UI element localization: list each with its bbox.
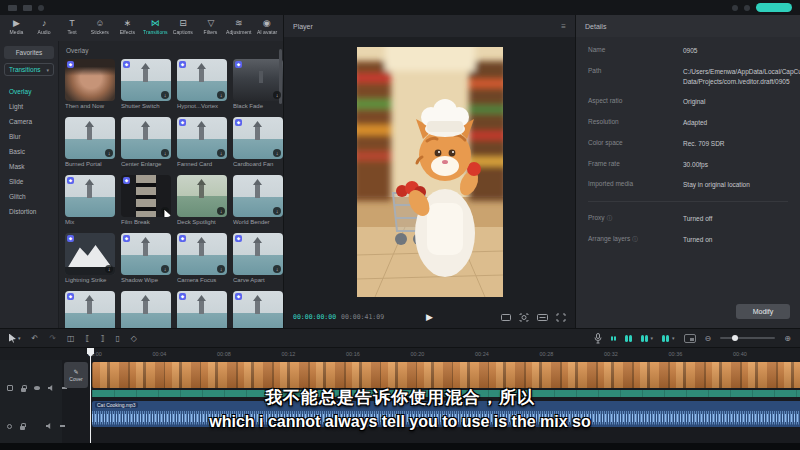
- transition-item[interactable]: Shadow Wipe: [121, 233, 171, 283]
- transition-thumbnail[interactable]: [65, 59, 115, 101]
- lock-track-icon[interactable]: [21, 388, 26, 392]
- home-icon[interactable]: [23, 5, 32, 11]
- transition-thumbnail[interactable]: [233, 59, 283, 101]
- play-button[interactable]: ▶: [426, 312, 433, 322]
- select-tool[interactable]: ▾: [9, 334, 21, 343]
- download-icon[interactable]: [217, 207, 225, 215]
- transition-thumbnail[interactable]: [233, 233, 283, 275]
- caption-track-clip[interactable]: [92, 390, 800, 397]
- tab-audio[interactable]: Audio: [31, 17, 58, 36]
- transition-thumbnail[interactable]: [121, 175, 171, 217]
- tab-filters[interactable]: Filters: [197, 17, 224, 36]
- download-icon[interactable]: [217, 149, 225, 157]
- user-avatar[interactable]: [732, 5, 738, 11]
- track-mode-icon[interactable]: [662, 335, 675, 342]
- transition-item[interactable]: Fanned Card: [177, 117, 227, 167]
- settings-icon[interactable]: [744, 5, 750, 11]
- lock-track-icon[interactable]: [20, 426, 25, 430]
- download-icon[interactable]: [273, 265, 281, 273]
- tab-ai-avatar[interactable]: AI avatar: [253, 17, 280, 36]
- mirror-button[interactable]: ◇: [131, 334, 137, 343]
- playhead[interactable]: [90, 348, 91, 443]
- download-icon[interactable]: [273, 207, 281, 215]
- transition-thumbnail[interactable]: [177, 59, 227, 101]
- transition-thumbnail[interactable]: [65, 291, 115, 328]
- fullscreen-icon[interactable]: [556, 313, 566, 322]
- download-icon[interactable]: [273, 149, 281, 157]
- cover-button[interactable]: ✎ Cover: [64, 362, 88, 388]
- transition-item[interactable]: Shutter Switch: [121, 59, 171, 109]
- preview-axis-icon[interactable]: [684, 334, 696, 343]
- sidebar-item-basic[interactable]: Basic: [4, 144, 54, 159]
- sidebar-item-light[interactable]: Light: [4, 99, 54, 114]
- tab-text[interactable]: Text: [59, 17, 86, 36]
- aspect-ratio-icon[interactable]: [501, 313, 511, 322]
- download-icon[interactable]: [161, 149, 169, 157]
- download-icon[interactable]: [217, 265, 225, 273]
- transition-item[interactable]: [65, 291, 115, 328]
- download-icon[interactable]: [105, 149, 113, 157]
- delete-right-button[interactable]: ⟧: [100, 334, 104, 343]
- transition-thumbnail[interactable]: [121, 117, 171, 159]
- transition-item[interactable]: [121, 291, 171, 328]
- transition-item[interactable]: Mix: [65, 175, 115, 225]
- download-icon[interactable]: [217, 91, 225, 99]
- player-menu-icon[interactable]: ≡: [561, 22, 566, 31]
- mute-track-icon[interactable]: [48, 385, 54, 391]
- transition-item[interactable]: World Bender: [233, 175, 283, 225]
- redo-button[interactable]: ↷: [49, 334, 56, 343]
- transition-thumbnail[interactable]: [121, 233, 171, 275]
- record-voiceover-icon[interactable]: [594, 333, 602, 344]
- download-icon[interactable]: [105, 265, 113, 273]
- transition-item[interactable]: Cardboard Fan: [233, 117, 283, 167]
- collapse-track-icon[interactable]: [60, 425, 65, 427]
- sidebar-item-camera[interactable]: Camera: [4, 114, 54, 129]
- transition-thumbnail[interactable]: [65, 175, 115, 217]
- undo-button[interactable]: ↶: [32, 334, 39, 343]
- zoom-out-icon[interactable]: ⊖: [705, 334, 712, 343]
- sidebar-item-glitch[interactable]: Glitch: [4, 189, 54, 204]
- split-button[interactable]: ◫: [67, 334, 75, 343]
- transition-item[interactable]: Hypnot...Vortex: [177, 59, 227, 109]
- transition-item[interactable]: Lightning Strike: [65, 233, 115, 283]
- tab-transitions[interactable]: Transitions: [142, 17, 169, 36]
- transition-thumbnail[interactable]: [233, 291, 283, 328]
- tab-adjustment[interactable]: Adjustment: [225, 17, 252, 36]
- delete-left-button[interactable]: ⟦: [85, 334, 89, 343]
- favorites-button[interactable]: Favorites: [4, 46, 54, 59]
- transition-item[interactable]: Carve Apart: [233, 233, 283, 283]
- transition-item[interactable]: Deck Spotlight: [177, 175, 227, 225]
- transition-thumbnail[interactable]: [177, 291, 227, 328]
- video-clip[interactable]: [92, 362, 800, 388]
- sidebar-item-blur[interactable]: Blur: [4, 129, 54, 144]
- transitions-group-dropdown[interactable]: Transitions ▾: [4, 63, 54, 76]
- audio-clip[interactable]: Cat Cooking.mp3: [92, 401, 800, 427]
- auto-ripple-icon[interactable]: [641, 335, 654, 342]
- sidebar-item-distortion[interactable]: Distortion: [4, 204, 54, 219]
- transition-thumbnail[interactable]: [121, 291, 171, 328]
- tab-media[interactable]: Media: [3, 17, 30, 36]
- transition-thumbnail[interactable]: [177, 175, 227, 217]
- transition-thumbnail[interactable]: [65, 233, 115, 275]
- transition-thumbnail[interactable]: [233, 117, 283, 159]
- delete-button[interactable]: ▯: [115, 334, 119, 343]
- timeline-ruler[interactable]: 00:00 00:04 00:08 00:12 00:16 00:20 00:2…: [0, 348, 800, 360]
- timeline-zoom-slider[interactable]: [720, 337, 775, 339]
- tab-effects[interactable]: Effects: [114, 17, 141, 36]
- resolution-icon[interactable]: [537, 313, 548, 322]
- transition-item[interactable]: Black Fade: [233, 59, 283, 109]
- transition-item[interactable]: [177, 291, 227, 328]
- transition-thumbnail[interactable]: [121, 59, 171, 101]
- app-menu-icon[interactable]: [8, 5, 17, 11]
- video-preview[interactable]: [357, 47, 503, 297]
- mute-track-icon[interactable]: [46, 423, 52, 429]
- transition-item-hovered[interactable]: Film Break: [121, 175, 171, 225]
- sidebar-item-slide[interactable]: Slide: [4, 174, 54, 189]
- info-icon[interactable]: ⓘ: [632, 236, 638, 242]
- modify-button[interactable]: Modify: [736, 304, 790, 319]
- transition-item[interactable]: [233, 291, 283, 328]
- download-icon[interactable]: [273, 91, 281, 99]
- transition-item[interactable]: Burned Portal: [65, 117, 115, 167]
- zoom-in-icon[interactable]: ⊕: [784, 334, 791, 343]
- transition-thumbnail[interactable]: [65, 117, 115, 159]
